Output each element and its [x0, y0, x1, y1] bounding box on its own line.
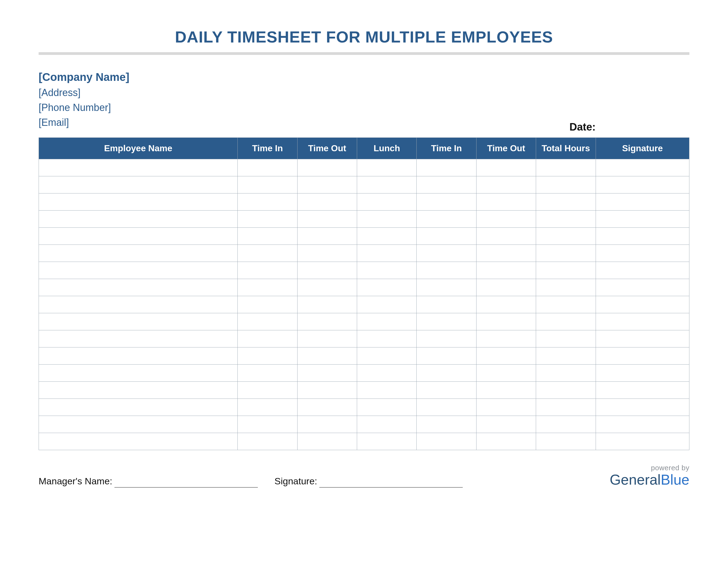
table-cell[interactable]: [238, 433, 297, 450]
table-cell[interactable]: [39, 296, 238, 313]
table-cell[interactable]: [417, 330, 476, 348]
table-cell[interactable]: [596, 365, 689, 382]
table-cell[interactable]: [476, 228, 536, 245]
table-cell[interactable]: [39, 159, 238, 176]
table-cell[interactable]: [476, 433, 536, 450]
table-cell[interactable]: [357, 296, 417, 313]
table-cell[interactable]: [297, 193, 357, 210]
table-cell[interactable]: [417, 262, 476, 279]
signature-field[interactable]: Signature:: [274, 476, 463, 488]
table-cell[interactable]: [39, 193, 238, 210]
signature-line[interactable]: [319, 487, 463, 488]
table-cell[interactable]: [596, 313, 689, 330]
table-cell[interactable]: [238, 313, 297, 330]
table-cell[interactable]: [417, 313, 476, 330]
table-cell[interactable]: [417, 296, 476, 313]
table-cell[interactable]: [476, 279, 536, 296]
table-cell[interactable]: [297, 296, 357, 313]
table-cell[interactable]: [596, 348, 689, 365]
table-cell[interactable]: [417, 159, 476, 176]
table-cell[interactable]: [238, 365, 297, 382]
table-cell[interactable]: [297, 176, 357, 193]
table-cell[interactable]: [417, 210, 476, 228]
table-cell[interactable]: [596, 176, 689, 193]
table-cell[interactable]: [417, 228, 476, 245]
table-cell[interactable]: [596, 330, 689, 348]
table-cell[interactable]: [536, 210, 596, 228]
table-cell[interactable]: [39, 313, 238, 330]
table-cell[interactable]: [596, 159, 689, 176]
table-cell[interactable]: [357, 159, 417, 176]
table-cell[interactable]: [536, 245, 596, 262]
table-cell[interactable]: [357, 365, 417, 382]
table-cell[interactable]: [596, 210, 689, 228]
table-cell[interactable]: [238, 296, 297, 313]
table-cell[interactable]: [39, 262, 238, 279]
table-cell[interactable]: [39, 279, 238, 296]
table-cell[interactable]: [39, 348, 238, 365]
table-cell[interactable]: [476, 176, 536, 193]
table-cell[interactable]: [39, 399, 238, 416]
table-cell[interactable]: [357, 279, 417, 296]
table-cell[interactable]: [417, 245, 476, 262]
table-cell[interactable]: [39, 228, 238, 245]
table-cell[interactable]: [417, 348, 476, 365]
table-cell[interactable]: [476, 330, 536, 348]
company-address[interactable]: [Address]: [39, 85, 689, 100]
table-cell[interactable]: [536, 159, 596, 176]
table-cell[interactable]: [417, 176, 476, 193]
table-cell[interactable]: [417, 365, 476, 382]
table-cell[interactable]: [536, 365, 596, 382]
company-name[interactable]: [Company Name]: [39, 69, 689, 85]
table-cell[interactable]: [596, 193, 689, 210]
table-cell[interactable]: [536, 193, 596, 210]
table-cell[interactable]: [596, 399, 689, 416]
table-cell[interactable]: [39, 433, 238, 450]
table-cell[interactable]: [357, 416, 417, 433]
table-cell[interactable]: [357, 228, 417, 245]
table-cell[interactable]: [297, 365, 357, 382]
table-cell[interactable]: [357, 433, 417, 450]
table-cell[interactable]: [238, 210, 297, 228]
table-cell[interactable]: [357, 382, 417, 399]
table-cell[interactable]: [536, 296, 596, 313]
table-cell[interactable]: [357, 245, 417, 262]
table-cell[interactable]: [536, 399, 596, 416]
table-cell[interactable]: [476, 210, 536, 228]
table-cell[interactable]: [476, 296, 536, 313]
table-cell[interactable]: [417, 433, 476, 450]
table-cell[interactable]: [238, 176, 297, 193]
table-cell[interactable]: [357, 210, 417, 228]
table-cell[interactable]: [357, 348, 417, 365]
table-cell[interactable]: [297, 313, 357, 330]
table-cell[interactable]: [536, 382, 596, 399]
manager-name-line[interactable]: [114, 487, 258, 488]
company-phone[interactable]: [Phone Number]: [39, 100, 689, 115]
table-cell[interactable]: [476, 193, 536, 210]
table-cell[interactable]: [476, 159, 536, 176]
table-cell[interactable]: [238, 382, 297, 399]
table-cell[interactable]: [238, 193, 297, 210]
table-cell[interactable]: [476, 365, 536, 382]
table-cell[interactable]: [417, 279, 476, 296]
table-cell[interactable]: [297, 416, 357, 433]
table-cell[interactable]: [238, 159, 297, 176]
table-cell[interactable]: [238, 279, 297, 296]
table-cell[interactable]: [238, 399, 297, 416]
table-cell[interactable]: [297, 382, 357, 399]
table-cell[interactable]: [39, 330, 238, 348]
table-cell[interactable]: [297, 159, 357, 176]
table-cell[interactable]: [297, 399, 357, 416]
table-cell[interactable]: [536, 313, 596, 330]
table-cell[interactable]: [417, 382, 476, 399]
table-cell[interactable]: [297, 245, 357, 262]
table-cell[interactable]: [476, 382, 536, 399]
table-cell[interactable]: [417, 399, 476, 416]
table-cell[interactable]: [596, 433, 689, 450]
table-cell[interactable]: [476, 399, 536, 416]
table-cell[interactable]: [238, 330, 297, 348]
table-cell[interactable]: [297, 330, 357, 348]
table-cell[interactable]: [357, 399, 417, 416]
table-cell[interactable]: [39, 210, 238, 228]
table-cell[interactable]: [536, 176, 596, 193]
